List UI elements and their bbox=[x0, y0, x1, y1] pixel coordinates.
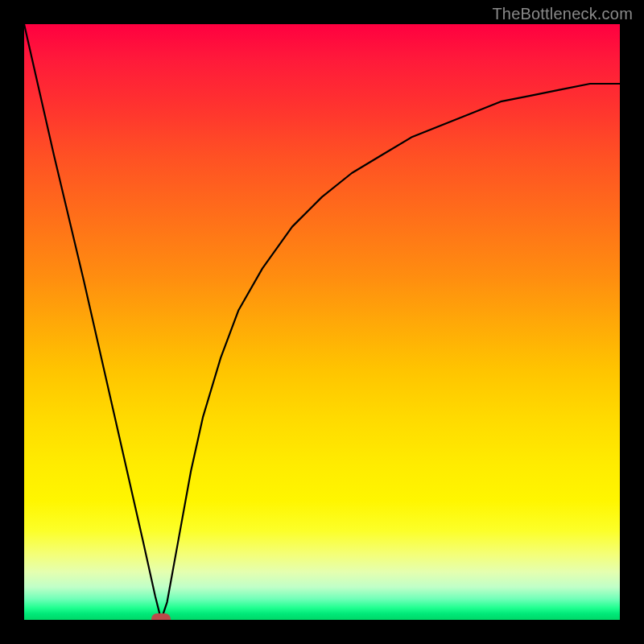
watermark-text: TheBottleneck.com bbox=[492, 5, 633, 23]
bottleneck-curve bbox=[24, 24, 620, 620]
plot-area bbox=[24, 24, 620, 620]
minimum-marker bbox=[151, 613, 171, 620]
chart-frame: TheBottleneck.com bbox=[0, 0, 644, 644]
